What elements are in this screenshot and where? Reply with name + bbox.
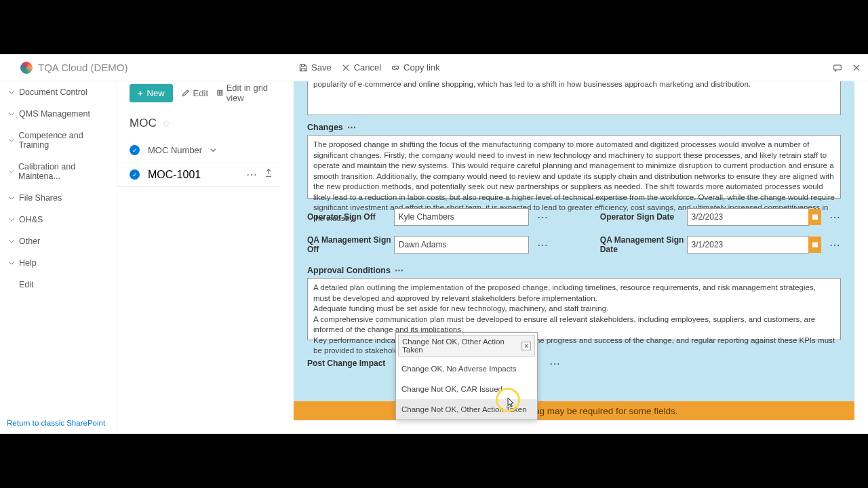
edit-grid-button[interactable]: Edit in grid view	[216, 83, 273, 103]
column-header[interactable]: MOC Number	[148, 145, 202, 155]
return-classic-link[interactable]: Return to classic SharePoint	[7, 419, 105, 427]
copy-link-label: Copy link	[403, 62, 439, 73]
approval-text[interactable]: A detailed plan outlining the implementa…	[307, 278, 841, 340]
share-icon[interactable]	[264, 168, 273, 178]
svg-rect-1	[218, 90, 222, 95]
changes-text[interactable]: The proposed change in shifting the focu…	[307, 135, 841, 199]
sidebar-item-help[interactable]: Help	[0, 252, 117, 274]
sidebar-item-edit[interactable]: Edit	[0, 274, 117, 296]
sidebar-item-document-control[interactable]: Document Control	[0, 81, 117, 103]
form-pane: increasing demand for sustainable and ec…	[280, 81, 868, 434]
save-icon	[298, 63, 308, 73]
dropdown-selected-tag: Change Not OK, Other Action Taken ×	[398, 335, 535, 357]
trends-text[interactable]: increasing demand for sustainable and ec…	[307, 81, 841, 115]
more-icon[interactable]: ⋯	[246, 168, 257, 181]
sidebar-item-qms[interactable]: QMS Management	[0, 103, 117, 125]
list-column: +New Edit Edit in grid view MOC☆ MOC Num…	[117, 81, 280, 434]
dropdown-option[interactable]: Change Not OK, Other Action Taken	[396, 399, 537, 420]
svg-rect-3	[812, 243, 818, 248]
cancel-icon	[341, 63, 351, 73]
calendar-icon[interactable]	[808, 237, 821, 253]
operator-date-more-icon[interactable]: ⋯	[829, 211, 841, 224]
scroll-notice: Additonal scrolling may be required for …	[294, 401, 854, 420]
operator-more-icon[interactable]: ⋯	[537, 211, 549, 224]
svg-rect-2	[812, 215, 818, 220]
list-header: MOC Number	[117, 138, 280, 162]
cancel-label: Cancel	[354, 62, 381, 73]
svg-rect-0	[834, 64, 842, 69]
changes-label: Changes	[307, 123, 343, 132]
operator-signoff-input[interactable]	[394, 208, 529, 226]
comment-icon[interactable]	[833, 63, 842, 73]
list-title: MOC☆	[117, 103, 280, 138]
post-change-more-icon[interactable]: ⋯	[549, 357, 561, 370]
star-icon[interactable]: ☆	[162, 118, 171, 129]
new-button[interactable]: +New	[130, 84, 173, 102]
brand: TQA Cloud (DEMO)	[0, 62, 285, 74]
chevron-down-icon[interactable]	[210, 147, 216, 153]
edit-button[interactable]: Edit	[181, 88, 208, 98]
sidebar-item-competence[interactable]: Competence and Training	[0, 125, 117, 156]
brand-logo-icon	[20, 62, 33, 74]
sidebar-item-other[interactable]: Other	[0, 230, 117, 252]
save-button[interactable]: Save	[298, 62, 332, 73]
save-label: Save	[311, 62, 332, 73]
approval-more-icon[interactable]: ⋯	[395, 265, 404, 275]
operator-signoff-label: Operator Sign Off	[307, 212, 394, 222]
post-change-label: Post Change Impact	[307, 359, 399, 368]
sidebar-item-calibration[interactable]: Calibration and Maintena...	[0, 156, 117, 187]
qa-date-more-icon[interactable]: ⋯	[829, 239, 841, 251]
sidebar-item-ohs[interactable]: OH&S	[0, 209, 117, 230]
dropdown-option[interactable]: Change Not OK, CAR Issued	[396, 379, 537, 399]
left-sidebar: Document Control QMS Management Competen…	[0, 81, 117, 434]
row-select-toggle[interactable]	[130, 169, 140, 180]
brand-text: TQA Cloud (DEMO)	[38, 62, 128, 73]
approval-label: Approval Conditions	[307, 266, 391, 275]
close-icon[interactable]	[852, 63, 861, 73]
qa-date-label: QA Management Sign Date	[600, 235, 687, 254]
list-row[interactable]: MOC-1001 ⋯	[117, 162, 280, 187]
link-icon	[391, 63, 400, 73]
copy-link-button[interactable]: Copy link	[391, 62, 439, 73]
operator-date-label: Operator Sign Date	[600, 212, 687, 222]
post-change-dropdown[interactable]: Change Not OK, Other Action Taken × Chan…	[395, 332, 538, 420]
changes-more-icon[interactable]: ⋯	[347, 122, 357, 132]
cancel-button[interactable]: Cancel	[341, 62, 381, 73]
select-all-toggle[interactable]	[130, 145, 140, 155]
calendar-icon[interactable]	[808, 209, 821, 225]
top-bar: TQA Cloud (DEMO) Save Cancel Copy link	[0, 54, 868, 81]
clear-selection-icon[interactable]: ×	[521, 342, 531, 350]
qa-signoff-label: QA Management Sign Off	[307, 235, 394, 254]
dropdown-option[interactable]: Change OK, No Adverse Impacts	[396, 359, 537, 379]
qa-signoff-input[interactable]	[394, 236, 529, 253]
operator-date-input[interactable]	[687, 208, 810, 226]
qa-date-input[interactable]	[687, 236, 810, 253]
row-title: MOC-1001	[148, 169, 201, 181]
qa-more-icon[interactable]: ⋯	[537, 239, 549, 251]
sidebar-item-file-shares[interactable]: File Shares	[0, 187, 117, 209]
